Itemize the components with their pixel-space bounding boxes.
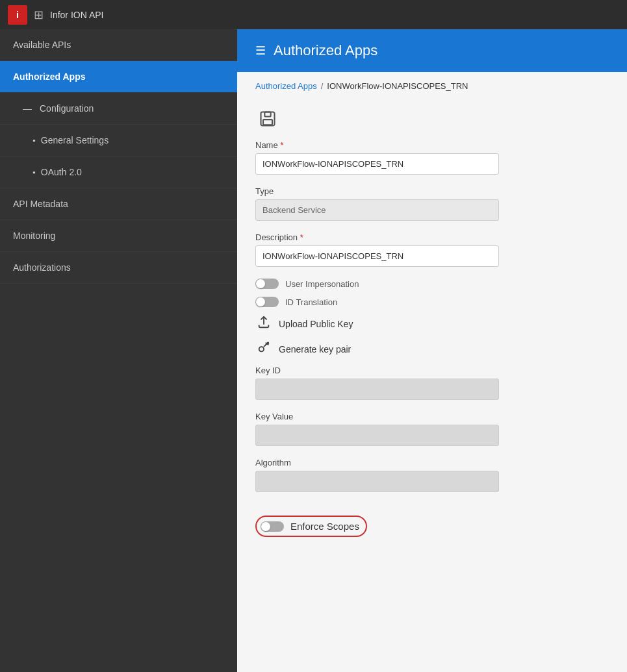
breadcrumb-link[interactable]: Authorized Apps: [255, 81, 317, 91]
hamburger-icon[interactable]: ☰: [255, 44, 266, 58]
key-id-label: Key ID: [255, 366, 609, 375]
grid-icon[interactable]: ⊞: [34, 8, 44, 22]
id-translation-toggle[interactable]: [255, 297, 279, 307]
upload-icon: [255, 315, 272, 332]
save-button[interactable]: [255, 106, 280, 131]
content-area: ☰ Authorized Apps Authorized Apps / IONW…: [237, 29, 627, 672]
dot-icon: ●: [32, 138, 36, 143]
svg-point-4: [268, 343, 269, 344]
dash-icon: —: [23, 103, 32, 114]
logo: i: [8, 5, 27, 25]
dot-icon-2: ●: [32, 169, 36, 175]
name-input[interactable]: [255, 153, 499, 175]
breadcrumb: Authorized Apps / IONWorkFlow-IONAPISCOP…: [237, 72, 627, 100]
sidebar-item-available-apis[interactable]: Available APIs: [0, 29, 237, 61]
sidebar-item-authorizations[interactable]: Authorizations: [0, 252, 237, 284]
type-group: Type: [255, 186, 609, 221]
sidebar: Available APIs Authorized Apps — Configu…: [0, 29, 237, 672]
algorithm-label: Algorithm: [255, 458, 609, 467]
content-header: ☰ Authorized Apps: [237, 29, 627, 72]
name-group: Name *: [255, 140, 609, 175]
key-value-input: [255, 425, 499, 446]
user-impersonation-toggle[interactable]: [255, 279, 279, 289]
description-label: Description *: [255, 232, 609, 242]
description-group: Description *: [255, 232, 609, 267]
name-required: *: [280, 140, 283, 150]
name-label: Name *: [255, 140, 609, 150]
app-name: Infor ION API: [50, 10, 103, 20]
enforce-scopes-toggle[interactable]: [261, 521, 284, 532]
user-impersonation-label: User Impersonation: [285, 279, 359, 289]
breadcrumb-current: IONWorkFlow-IONAPISCOPES_TRN: [327, 81, 468, 91]
user-impersonation-row[interactable]: User Impersonation: [255, 279, 609, 289]
upload-public-key-label: Upload Public Key: [279, 319, 353, 329]
sidebar-item-oauth2[interactable]: ● OAuth 2.0: [0, 156, 237, 188]
key-id-group: Key ID: [255, 366, 609, 400]
key-value-group: Key Value: [255, 412, 609, 446]
description-input[interactable]: [255, 245, 499, 267]
id-translation-label: ID Translation: [285, 297, 337, 307]
page-title: Authorized Apps: [274, 42, 377, 59]
generate-key-icon: [255, 340, 272, 358]
algorithm-input: [255, 471, 499, 492]
upload-public-key-row[interactable]: Upload Public Key: [255, 315, 609, 332]
top-header: i ⊞ Infor ION API: [0, 0, 627, 29]
sidebar-item-general-settings[interactable]: ● General Settings: [0, 125, 237, 156]
sidebar-item-monitoring[interactable]: Monitoring: [0, 220, 237, 252]
algorithm-group: Algorithm: [255, 458, 609, 492]
key-id-input: [255, 379, 499, 400]
breadcrumb-separator: /: [321, 81, 324, 91]
main-layout: Available APIs Authorized Apps — Configu…: [0, 29, 627, 672]
key-value-label: Key Value: [255, 412, 609, 421]
description-required: *: [300, 232, 303, 242]
generate-key-pair-row[interactable]: Generate key pair: [255, 340, 609, 358]
type-input: [255, 199, 499, 221]
sidebar-item-api-metadata[interactable]: API Metadata: [0, 188, 237, 220]
svg-rect-2: [263, 119, 272, 125]
svg-point-3: [259, 347, 264, 351]
id-translation-row[interactable]: ID Translation: [255, 297, 609, 307]
enforce-scopes-row[interactable]: Enforce Scopes: [255, 516, 367, 537]
form-area: Name * Type Description *: [237, 100, 627, 672]
enforce-scopes-label: Enforce Scopes: [290, 521, 359, 532]
sidebar-item-authorized-apps[interactable]: Authorized Apps: [0, 61, 237, 93]
sidebar-item-configuration[interactable]: — Configuration: [0, 93, 237, 125]
generate-key-pair-label: Generate key pair: [279, 344, 351, 355]
svg-rect-1: [264, 112, 270, 117]
type-label: Type: [255, 186, 609, 196]
